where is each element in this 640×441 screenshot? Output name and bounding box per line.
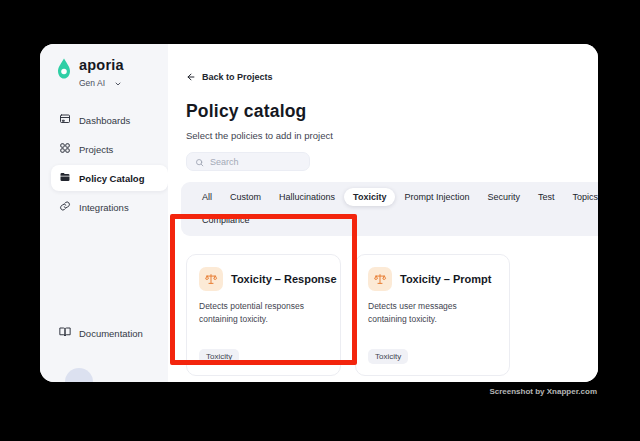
tab-topics[interactable]: Topics — [563, 188, 598, 206]
tab-security[interactable]: Security — [478, 188, 529, 206]
filter-tabs: All Custom Hallucinations Toxicity Promp… — [181, 182, 598, 236]
sidebar-item-label: Dashboards — [79, 115, 130, 126]
app-window: aporia Gen AI Dashboards — [40, 44, 598, 382]
sidebar-nav: Dashboards Projects Poli — [51, 107, 168, 220]
main-content: Back to Projects Policy catalog Select t… — [168, 44, 598, 382]
card-description: Detects potential responses containing t… — [199, 300, 328, 326]
brand-switcher[interactable]: aporia Gen AI — [51, 57, 168, 92]
policy-cards: Toxicity – Response Detects potential re… — [186, 254, 598, 376]
tabs-row-1: All Custom Hallucinations Toxicity Promp… — [193, 188, 598, 206]
avatar[interactable] — [65, 368, 93, 382]
page-title: Policy catalog — [186, 101, 598, 122]
scales-icon — [368, 267, 392, 291]
chevron-down-icon[interactable] — [114, 74, 122, 92]
sidebar-item-label: Projects — [79, 144, 113, 155]
policy-card-toxicity-prompt[interactable]: Toxicity – Prompt Detects user messages … — [355, 254, 510, 376]
tab-custom[interactable]: Custom — [221, 188, 270, 206]
brand-name: aporia — [79, 57, 124, 73]
tab-prompt-injection[interactable]: Prompt Injection — [395, 188, 478, 206]
tab-hallucinations[interactable]: Hallucinations — [270, 188, 344, 206]
sidebar-item-label: Integrations — [79, 202, 129, 213]
sidebar-item-label: Policy Catalog — [79, 173, 144, 184]
card-title: Toxicity – Response — [231, 273, 337, 285]
search-input[interactable] — [210, 157, 296, 167]
back-to-projects-link[interactable]: Back to Projects — [186, 68, 273, 86]
policy-card-toxicity-response[interactable]: Toxicity – Response Detects potential re… — [186, 254, 341, 376]
workspace-label: Gen AI — [79, 78, 105, 88]
page-subtitle: Select the policies to add in project — [186, 130, 598, 141]
droplet-icon — [55, 57, 73, 84]
tabs-row-2: Compliance — [193, 211, 598, 229]
tab-toxicity[interactable]: Toxicity — [344, 188, 395, 206]
card-tag: Toxicity — [199, 349, 239, 364]
card-title: Toxicity – Prompt — [400, 273, 491, 285]
tab-test[interactable]: Test — [529, 188, 564, 206]
arrow-left-icon — [186, 68, 196, 86]
sidebar-item-integrations[interactable]: Integrations — [51, 194, 168, 220]
sidebar-item-dashboards[interactable]: Dashboards — [51, 107, 168, 133]
link-icon — [59, 200, 71, 214]
back-link-label: Back to Projects — [202, 72, 273, 82]
tab-all[interactable]: All — [193, 188, 221, 206]
sidebar: aporia Gen AI Dashboards — [40, 44, 168, 382]
folder-icon — [59, 171, 71, 185]
sidebar-item-documentation[interactable]: Documentation — [51, 320, 168, 346]
tab-compliance[interactable]: Compliance — [193, 211, 259, 229]
card-description: Detects user messages containing toxicit… — [368, 300, 497, 326]
projects-grid-icon — [59, 142, 71, 156]
sidebar-item-policy-catalog[interactable]: Policy Catalog — [51, 165, 168, 191]
scales-icon — [199, 267, 223, 291]
book-icon — [59, 326, 71, 340]
sidebar-item-label: Documentation — [79, 328, 143, 339]
card-tag: Toxicity — [368, 349, 408, 364]
dashboards-icon — [59, 113, 71, 127]
sidebar-item-projects[interactable]: Projects — [51, 136, 168, 162]
search-box[interactable] — [186, 152, 310, 171]
search-icon — [195, 153, 204, 171]
xnapper-watermark: Screenshot by Xnapper.com — [489, 387, 597, 396]
